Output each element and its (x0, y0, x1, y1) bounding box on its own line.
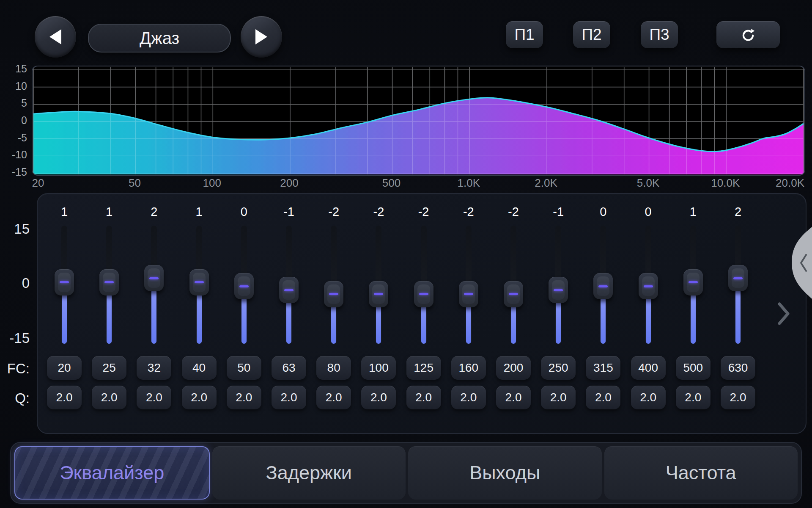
band-gain-slider[interactable] (132, 226, 176, 344)
band-q-button[interactable]: 2.0 (541, 386, 576, 409)
memory-button-p1[interactable]: П1 (506, 21, 543, 48)
band-gain-value: 2 (132, 205, 176, 219)
slider-fill (151, 289, 156, 344)
graph-y-tick: -5 (0, 133, 27, 143)
fc-row-label: FC: (0, 361, 30, 377)
preset-next-button[interactable] (241, 16, 282, 58)
thumb-dash-icon (554, 289, 563, 291)
band-fc-button[interactable]: 160 (451, 356, 486, 380)
band-gain-slider[interactable] (87, 226, 132, 344)
band-gain-slider[interactable] (716, 226, 760, 344)
eq-band-40: 1402.0 (177, 193, 222, 432)
thumb-dash-icon (104, 281, 114, 283)
band-fc-button[interactable]: 80 (316, 356, 351, 380)
band-fc-button[interactable]: 200 (496, 356, 531, 380)
band-q-button[interactable]: 2.0 (272, 386, 306, 409)
reset-button[interactable] (716, 21, 780, 48)
memory-button-p3[interactable]: П3 (641, 21, 678, 48)
preset-prev-button[interactable] (35, 16, 76, 58)
band-fc-button[interactable]: 32 (137, 356, 171, 380)
tab-delays[interactable]: Задержки (212, 446, 406, 500)
band-fc-button[interactable]: 63 (272, 356, 306, 380)
band-q-button[interactable]: 2.0 (451, 386, 486, 409)
slider-thumb[interactable] (324, 281, 343, 307)
band-gain-value: 0 (626, 205, 671, 219)
slider-fill (511, 305, 516, 344)
slider-thumb[interactable] (504, 281, 523, 307)
slider-thumb[interactable] (593, 273, 613, 299)
band-gain-slider[interactable] (266, 226, 311, 344)
band-gain-slider[interactable] (42, 226, 87, 344)
band-fc-button[interactable]: 25 (92, 356, 126, 380)
thumb-dash-icon (149, 277, 159, 279)
slider-thumb[interactable] (144, 265, 164, 291)
band-gain-slider[interactable] (491, 226, 536, 344)
band-fc-button[interactable]: 20 (47, 356, 82, 380)
band-q-button[interactable]: 2.0 (227, 386, 261, 409)
band-fc-button[interactable]: 630 (721, 356, 755, 380)
slider-thumb[interactable] (639, 273, 658, 299)
graph-y-tick: 0 (0, 115, 27, 126)
eq-band-80: -2802.0 (311, 193, 356, 432)
slider-thumb[interactable] (728, 265, 748, 291)
slider-thumb[interactable] (189, 269, 209, 295)
band-gain-slider[interactable] (581, 226, 625, 344)
slider-thumb[interactable] (99, 269, 119, 295)
band-fc-button[interactable]: 50 (227, 356, 261, 380)
graph-x-tick: 200 (280, 177, 298, 190)
memory-button-p2[interactable]: П2 (573, 21, 610, 48)
graph-y-tick: 5 (0, 98, 27, 108)
band-fc-button[interactable]: 125 (406, 356, 441, 380)
slider-thumb[interactable] (459, 281, 478, 307)
thumb-dash-icon (419, 293, 428, 295)
band-fc-button[interactable]: 315 (586, 356, 620, 380)
band-q-button[interactable]: 2.0 (586, 386, 620, 409)
band-q-button[interactable]: 2.0 (92, 386, 126, 409)
band-fc-button[interactable]: 250 (541, 356, 576, 380)
band-q-button[interactable]: 2.0 (316, 386, 351, 409)
slider-fill (735, 289, 741, 344)
band-q-button[interactable]: 2.0 (406, 386, 441, 409)
eq-band-125: -21252.0 (401, 193, 446, 432)
band-q-button[interactable]: 2.0 (631, 386, 666, 409)
band-gain-value: 1 (671, 205, 716, 219)
slider-fill (286, 301, 291, 344)
slider-thumb[interactable] (234, 273, 254, 299)
band-fc-button[interactable]: 40 (182, 356, 217, 380)
slider-thumb[interactable] (55, 269, 74, 295)
band-q-button[interactable]: 2.0 (47, 386, 82, 409)
band-gain-slider[interactable] (311, 226, 356, 344)
slider-thumb[interactable] (549, 277, 568, 303)
band-gain-slider[interactable] (536, 226, 581, 344)
band-gain-slider[interactable] (401, 226, 446, 344)
tab-frequency[interactable]: Частота (604, 446, 798, 500)
band-q-button[interactable]: 2.0 (361, 386, 396, 409)
band-gain-slider[interactable] (626, 226, 671, 344)
side-panel-handle[interactable] (786, 227, 812, 299)
tab-equalizer[interactable]: Эквалайзер (14, 446, 210, 500)
band-gain-slider[interactable] (177, 226, 222, 344)
thumb-dash-icon (509, 293, 518, 295)
band-gain-slider[interactable] (671, 226, 716, 344)
scroll-bands-right-button[interactable] (776, 301, 791, 326)
band-q-button[interactable]: 2.0 (496, 386, 531, 409)
band-gain-slider[interactable] (446, 226, 491, 344)
slider-thumb[interactable] (279, 277, 299, 303)
band-fc-button[interactable]: 400 (631, 356, 666, 380)
band-q-button[interactable]: 2.0 (137, 386, 171, 409)
eq-band-400: 04002.0 (626, 193, 671, 432)
slider-thumb[interactable] (369, 281, 388, 307)
thumb-dash-icon (239, 285, 249, 287)
preset-selector[interactable]: Джаз (88, 24, 231, 52)
band-q-button[interactable]: 2.0 (721, 386, 755, 409)
slider-thumb[interactable] (414, 281, 433, 307)
band-fc-button[interactable]: 100 (361, 356, 396, 380)
band-gain-slider[interactable] (222, 226, 266, 344)
tab-outputs[interactable]: Выходы (408, 446, 602, 500)
slider-thumb[interactable] (683, 269, 703, 295)
band-gain-slider[interactable] (356, 226, 401, 344)
thumb-dash-icon (644, 285, 653, 287)
band-fc-button[interactable]: 500 (676, 356, 710, 380)
band-q-button[interactable]: 2.0 (182, 386, 217, 409)
band-q-button[interactable]: 2.0 (676, 386, 710, 409)
